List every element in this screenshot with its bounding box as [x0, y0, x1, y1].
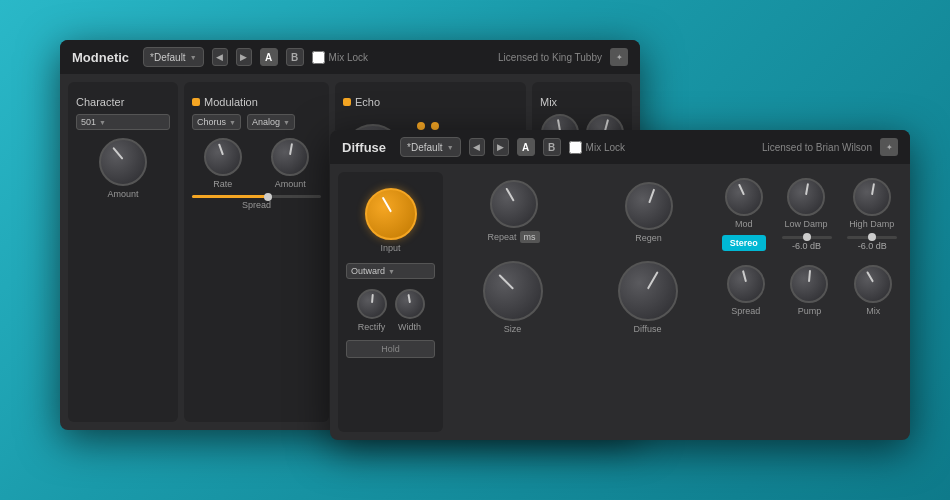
low-damp-container: Low Damp: [784, 178, 827, 229]
echo-dot-1: [417, 122, 425, 130]
diffuse-title: Diffuse: [342, 140, 386, 155]
mod-rate-container: Rate: [204, 138, 242, 189]
mod-rate-knob[interactable]: [204, 138, 242, 176]
next-preset-button[interactable]: ▶: [236, 48, 252, 66]
mod-controls-row: Chorus ▼ Analog ▼: [192, 114, 321, 130]
modnetic-logo: ✦: [610, 48, 628, 66]
preset-arrow-icon: ▼: [190, 54, 197, 61]
high-damp-knob[interactable]: [853, 178, 891, 216]
diffuse-logo: ✦: [880, 138, 898, 156]
high-damp-slider: -6.0 dB: [847, 236, 897, 251]
rectify-container: Rectify: [357, 289, 387, 332]
mix-lock-label: Mix Lock: [329, 52, 368, 63]
repeat-knob-container: Repeat ms: [487, 180, 539, 243]
outward-arrow: ▼: [388, 268, 395, 275]
echo-dot-2: [431, 122, 439, 130]
mod-knob[interactable]: [725, 178, 763, 216]
spread-track: [192, 195, 321, 198]
regen-knob[interactable]: [625, 182, 673, 230]
diffuse-mix-lock: Mix Lock: [569, 141, 625, 154]
mod-dot: [192, 98, 200, 106]
diffuse-mid: Repeat ms Regen Size Diffuse: [449, 172, 711, 432]
spread-thumb[interactable]: [264, 193, 272, 201]
diffuse-mix-lock-label: Mix Lock: [586, 142, 625, 153]
modulation-mode-dropdown[interactable]: Analog ▼: [247, 114, 295, 130]
diffuse-input-section: Input Outward ▼ Rectify Width Hold: [338, 172, 443, 432]
low-damp-track: [782, 236, 832, 239]
diffuse-right: Mod Low Damp High Damp Stereo: [717, 172, 902, 432]
size-knob[interactable]: [483, 261, 543, 321]
echo-dot: [343, 98, 351, 106]
hold-button[interactable]: Hold: [346, 340, 435, 358]
modulation-type-dropdown[interactable]: Chorus ▼: [192, 114, 241, 130]
mix-title: Mix: [540, 96, 624, 108]
diffuse-main-knob[interactable]: [618, 261, 678, 321]
amount-knob-container: Amount: [76, 138, 170, 199]
low-damp-knob[interactable]: [787, 178, 825, 216]
high-damp-thumb[interactable]: [868, 233, 876, 241]
mod-amount-container: Amount: [271, 138, 309, 189]
low-damp-thumb[interactable]: [803, 233, 811, 241]
a-button[interactable]: A: [260, 48, 278, 66]
prev-preset-button[interactable]: ◀: [212, 48, 228, 66]
diffuse-b-button[interactable]: B: [543, 138, 561, 156]
mod-amount-knob[interactable]: [271, 138, 309, 176]
diffuse-prev-button[interactable]: ◀: [469, 138, 485, 156]
spread-fill: [192, 195, 269, 198]
high-damp-container: High Damp: [849, 178, 894, 229]
size-knob-container: Size: [483, 261, 543, 334]
diffuse-mix-lock-checkbox[interactable]: [569, 141, 582, 154]
low-damp-slider: -6.0 dB: [782, 236, 832, 251]
modulation-title: Modulation: [192, 96, 321, 108]
diffuse-preset-arrow: ▼: [447, 144, 454, 151]
pump-knob-container: Pump: [790, 265, 828, 316]
amount-knob[interactable]: [99, 138, 147, 186]
character-section: Character 501 ▼ Amount: [68, 82, 178, 422]
diffuse-license: Licensed to Brian Wilson: [762, 142, 872, 153]
spread-knob-container: Spread: [727, 265, 765, 316]
mod-mode-arrow: ▼: [283, 119, 290, 126]
mod-knob-container: Mod: [725, 178, 763, 229]
diffuse-content: Input Outward ▼ Rectify Width Hold: [330, 164, 910, 440]
echo-title: Echo: [343, 96, 518, 108]
rectify-knob[interactable]: [357, 289, 387, 319]
b-button[interactable]: B: [286, 48, 304, 66]
size-diffuse-row: Size Diffuse: [449, 257, 711, 338]
mix-lock-checkbox[interactable]: [312, 51, 325, 64]
modnetic-preset-dropdown[interactable]: *Default ▼: [143, 47, 204, 67]
diffuse-window: Diffuse *Default ▼ ◀ ▶ A B Mix Lock Lice…: [330, 130, 910, 440]
diffuse-next-button[interactable]: ▶: [493, 138, 509, 156]
modulation-section: Modulation Chorus ▼ Analog ▼ Rate: [184, 82, 329, 422]
mod-damp-row: Mod Low Damp High Damp: [717, 178, 902, 229]
width-container: Width: [395, 289, 425, 332]
regen-knob-container: Regen: [625, 182, 673, 243]
stereo-button[interactable]: Stereo: [722, 235, 766, 251]
diffuse-preset-dropdown[interactable]: *Default ▼: [400, 137, 461, 157]
diffuse-a-button[interactable]: A: [517, 138, 535, 156]
echo-dots: [417, 122, 439, 130]
character-arrow-icon: ▼: [99, 119, 106, 126]
character-title: Character: [76, 96, 170, 108]
modnetic-title: Modnetic: [72, 50, 129, 65]
repeat-footer: Repeat ms: [487, 231, 539, 243]
repeat-regen-row: Repeat ms Regen: [449, 172, 711, 251]
repeat-knob[interactable]: [490, 180, 538, 228]
spread-pump-mix-row: Spread Pump Mix: [717, 265, 902, 316]
high-damp-track: [847, 236, 897, 239]
pump-knob[interactable]: [790, 265, 828, 303]
diffuse-titlebar: Diffuse *Default ▼ ◀ ▶ A B Mix Lock Lice…: [330, 130, 910, 164]
outward-dropdown[interactable]: Outward ▼: [346, 263, 435, 279]
spread-knob[interactable]: [727, 265, 765, 303]
character-dropdown[interactable]: 501 ▼: [76, 114, 170, 130]
modnetic-license: Licensed to King Tubby: [498, 52, 602, 63]
input-knob[interactable]: [365, 188, 417, 240]
input-knob-container: Input: [346, 188, 435, 253]
stereo-sliders-row: Stereo -6.0 dB -6.0 dB: [717, 235, 902, 251]
width-knob[interactable]: [395, 289, 425, 319]
modnetic-titlebar: Modnetic *Default ▼ ◀ ▶ A B Mix Lock Lic…: [60, 40, 640, 74]
diffuse-mix-container: Mix: [854, 265, 892, 316]
rectify-width-row: Rectify Width: [346, 289, 435, 332]
mix-lock-container: Mix Lock: [312, 51, 368, 64]
diffuse-mix-knob[interactable]: [854, 265, 892, 303]
mod-type-arrow: ▼: [229, 119, 236, 126]
